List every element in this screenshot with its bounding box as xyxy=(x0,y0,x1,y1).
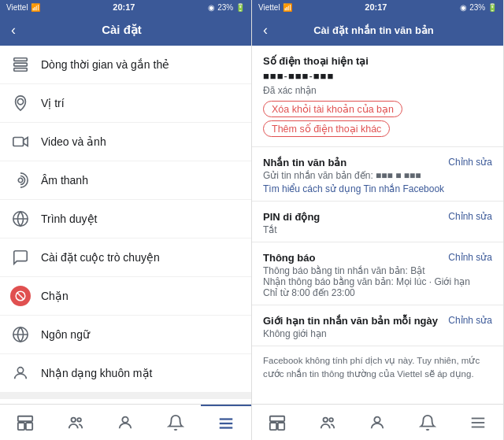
left-gps-icon: ◉ xyxy=(208,3,215,12)
sms-edit-link[interactable]: Chỉnh sửa xyxy=(448,157,492,168)
sound-label: Âm thanh xyxy=(41,174,242,187)
left-tab-menu[interactable] xyxy=(201,405,251,440)
svg-point-5 xyxy=(18,178,23,183)
right-tab-profile[interactable] xyxy=(353,405,403,440)
left-tab-bell[interactable] xyxy=(150,405,201,440)
section-divider xyxy=(0,393,251,399)
pin-desc: Tắt xyxy=(263,224,492,235)
notification-edit-link[interactable]: Chỉnh sửa xyxy=(448,252,492,263)
pin-edit-link[interactable]: Chỉnh sửa xyxy=(448,211,492,222)
right-back-button[interactable]: ‹ xyxy=(260,19,271,42)
svg-point-3 xyxy=(17,99,23,105)
footer-note: Facebook không tính phí dịch vụ này. Tuy… xyxy=(252,346,503,390)
block-label: Chặn xyxy=(41,290,242,302)
limit-desc: Không giới hạn xyxy=(263,328,492,339)
left-nav-bar: ‹ Cài đặt xyxy=(0,14,251,46)
settings-item-chat[interactable]: Cài đặt cuộc trò chuyện xyxy=(0,238,251,277)
section-phone-number: Số điện thoại hiện tại ■■■-■■■-■■■ Đã xá… xyxy=(252,46,503,147)
location-icon xyxy=(9,92,32,114)
left-nav-title: Cài đặt xyxy=(25,23,218,37)
right-detail-content: Số điện thoại hiện tại ■■■-■■■-■■■ Đã xá… xyxy=(252,46,503,404)
left-wifi-icon: 📶 xyxy=(31,3,40,12)
remove-phone-link[interactable]: Xóa khỏi tài khoản của bạn xyxy=(263,101,402,117)
video-icon xyxy=(9,131,32,153)
right-nav-title: Cài đặt nhắn tin văn bản xyxy=(277,24,470,36)
settings-item-timeline[interactable]: Dòng thời gian và gắn thẻ xyxy=(0,46,251,84)
settings-item-block[interactable]: Chặn xyxy=(0,277,251,316)
right-carrier: Viettel xyxy=(258,3,280,12)
right-battery: 23% 🔋 xyxy=(469,3,497,12)
chat-label: Cài đặt cuộc trò chuyện xyxy=(41,251,242,264)
left-status-right: ◉ 23% 🔋 xyxy=(208,3,245,12)
svg-rect-20 xyxy=(270,416,284,420)
browser-icon xyxy=(9,208,32,230)
phone-number-value: ■■■-■■■-■■■ xyxy=(263,70,492,82)
chat-icon xyxy=(9,246,32,268)
right-status-bar: Viettel 📶 20:17 ◉ 23% 🔋 xyxy=(252,0,503,14)
svg-rect-11 xyxy=(18,416,32,420)
phone-number-confirmed: Đã xác nhận xyxy=(263,85,492,96)
svg-rect-22 xyxy=(278,423,284,430)
right-tab-menu[interactable] xyxy=(453,405,503,440)
svg-point-25 xyxy=(375,416,380,422)
section-limit: Giới hạn tin nhắn văn bản mỗi ngày Chỉnh… xyxy=(252,305,503,346)
limit-row: Giới hạn tin nhắn văn bản mỗi ngày Chỉnh… xyxy=(263,315,492,327)
sms-desc: Gửi tin nhắn văn bản đến: ■■■ ■ ■■■ xyxy=(263,170,492,181)
notification-title: Thông báo xyxy=(263,252,315,264)
svg-point-23 xyxy=(323,417,328,422)
right-tab-home[interactable] xyxy=(252,405,302,440)
left-tab-profile[interactable] xyxy=(101,405,151,440)
svg-rect-21 xyxy=(270,423,276,430)
settings-item-face[interactable]: Nhận dạng khuôn mặt xyxy=(0,354,251,393)
right-tab-bar xyxy=(252,404,503,440)
left-tab-home[interactable] xyxy=(0,405,50,440)
notification-desc3: Chỉ từ 8:00 đến 23:00 xyxy=(263,287,492,298)
right-wifi-icon: 📶 xyxy=(283,3,292,12)
phone-number-title: Số điện thoại hiện tại xyxy=(263,55,492,67)
timeline-icon xyxy=(9,54,32,76)
sms-title: Nhắn tin văn bản xyxy=(263,157,346,168)
block-icon xyxy=(9,285,32,307)
settings-item-sound[interactable]: Âm thanh xyxy=(0,161,251,200)
sound-icon xyxy=(9,169,32,191)
settings-item-location[interactable]: Vị trí xyxy=(0,84,251,123)
timeline-label: Dòng thời gian và gắn thẻ xyxy=(41,58,242,71)
browser-label: Trình duyệt xyxy=(41,213,242,225)
right-phone: Viettel 📶 20:17 ◉ 23% 🔋 ‹ Cài đặt nhắn t… xyxy=(252,0,504,440)
add-phone-link[interactable]: Thêm số điện thoại khác xyxy=(263,120,390,137)
right-tab-bell[interactable] xyxy=(402,405,453,440)
left-tab-bar xyxy=(0,404,251,440)
language-label: Ngôn ngữ xyxy=(41,328,242,341)
section-notification: Thông báo Chỉnh sửa Thông báo bằng tin n… xyxy=(252,242,503,305)
settings-item-browser[interactable]: Trình duyệt xyxy=(0,200,251,238)
right-nav-bar: ‹ Cài đặt nhắn tin văn bản xyxy=(252,14,503,46)
limit-title: Giới hạn tin nhắn văn bản mỗi ngày xyxy=(263,315,438,327)
pin-title: PIN di động xyxy=(263,211,320,223)
svg-point-10 xyxy=(17,368,23,373)
sms-learn-link[interactable]: Tìm hiểu cách sử dụng Tin nhắn Facebook xyxy=(263,183,492,194)
svg-rect-13 xyxy=(26,423,32,430)
section-pin: PIN di động Chỉnh sửa Tắt xyxy=(252,202,503,242)
face-label: Nhận dạng khuôn mặt xyxy=(41,367,242,379)
language-icon xyxy=(9,324,32,346)
svg-rect-1 xyxy=(14,63,28,66)
svg-point-14 xyxy=(71,417,76,422)
svg-rect-4 xyxy=(13,138,24,146)
location-label: Vị trí xyxy=(41,97,242,109)
left-carrier: Viettel xyxy=(6,3,28,12)
svg-line-8 xyxy=(17,293,24,299)
left-time: 20:17 xyxy=(113,2,135,12)
right-status-right: ◉ 23% 🔋 xyxy=(460,3,497,12)
right-gps-icon: ◉ xyxy=(460,3,467,12)
settings-item-language[interactable]: Ngôn ngữ xyxy=(0,316,251,354)
limit-edit-link[interactable]: Chỉnh sửa xyxy=(448,315,492,326)
left-status-bar: Viettel 📶 20:17 ◉ 23% 🔋 xyxy=(0,0,251,14)
right-tab-friends[interactable] xyxy=(302,405,353,440)
left-phone: Viettel 📶 20:17 ◉ 23% 🔋 ‹ Cài đặt Dòng t… xyxy=(0,0,252,440)
svg-point-16 xyxy=(123,416,128,422)
left-tab-friends[interactable] xyxy=(50,405,101,440)
right-time: 20:17 xyxy=(365,2,387,12)
left-back-button[interactable]: ‹ xyxy=(8,19,19,42)
video-label: Video và ảnh xyxy=(41,135,242,148)
settings-item-video[interactable]: Video và ảnh xyxy=(0,123,251,161)
